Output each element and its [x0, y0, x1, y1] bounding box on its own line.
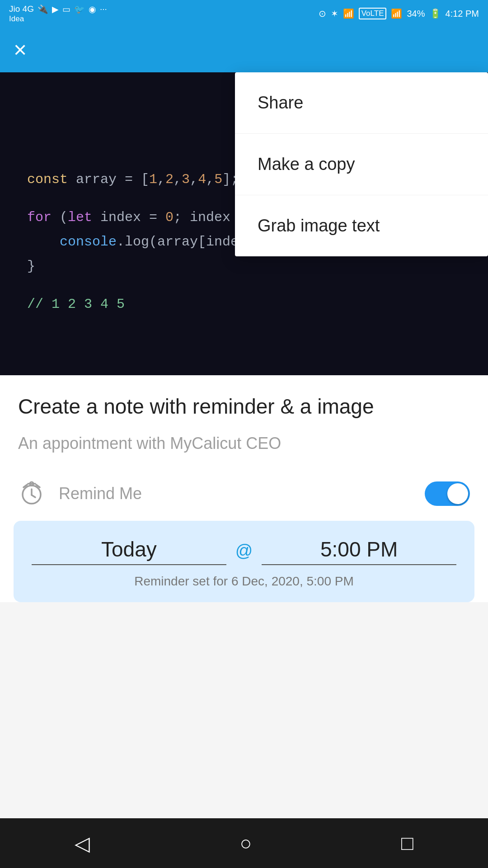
- carrier-name: Jio 4G: [9, 4, 34, 14]
- code-line-4: }: [27, 254, 461, 278]
- close-button[interactable]: ×: [14, 38, 27, 61]
- nav-bar: ◁ ○ □: [0, 818, 488, 868]
- signal-icon: 📶: [391, 8, 402, 19]
- alarm-icon: [18, 480, 45, 507]
- reminder-time[interactable]: 5:00 PM: [262, 537, 456, 565]
- dropdown-item-grab-text[interactable]: Grab image text: [235, 195, 488, 256]
- dropdown-item-make-copy[interactable]: Make a copy: [235, 134, 488, 195]
- carrier-info: Jio 4G 🔌 ▶ ▭ 🐦 ◉ ··· Idea: [9, 4, 107, 24]
- battery-icon: 🔋: [430, 8, 441, 19]
- status-right: ⊙ ✶ 📶 VoLTE 📶 34% 🔋 4:12 PM: [319, 8, 479, 19]
- dropdown-menu: Share Make a copy Grab image text: [235, 72, 488, 256]
- carrier-bottom: Idea: [9, 14, 107, 24]
- at-symbol: @: [235, 541, 253, 561]
- svg-line-2: [32, 495, 35, 497]
- toggle-knob: [447, 483, 468, 504]
- usb-icon: 🔌: [38, 4, 48, 14]
- nfc-icon: 📶: [343, 8, 354, 19]
- jio-icon: ◉: [89, 4, 96, 14]
- reminder-box: Today @ 5:00 PM Reminder set for 6 Dec, …: [14, 521, 474, 602]
- toolbar: ×: [0, 27, 488, 72]
- back-button[interactable]: ◁: [75, 832, 90, 855]
- remind-me-label: Remind Me: [59, 484, 411, 503]
- play-icon: ▶: [52, 4, 59, 14]
- battery-text: 34%: [407, 9, 425, 19]
- code-line-5: // 1 2 3 4 5: [27, 292, 461, 316]
- location-icon: ⊙: [319, 8, 326, 19]
- more-icon: ···: [100, 4, 107, 14]
- status-bar: Jio 4G 🔌 ▶ ▭ 🐦 ◉ ··· Idea ⊙ ✶ 📶 VoLTE 📶 …: [0, 0, 488, 27]
- remind-toggle[interactable]: [425, 481, 470, 506]
- reminder-caption: Reminder set for 6 Dec, 2020, 5:00 PM: [32, 574, 456, 589]
- clock: 4:12 PM: [446, 9, 479, 19]
- reminder-time-row: Today @ 5:00 PM: [32, 537, 456, 565]
- dropdown-item-share[interactable]: Share: [235, 72, 488, 134]
- volte-icon: VoLTE: [359, 8, 387, 19]
- note-title: Create a note with reminder & a image: [0, 375, 488, 429]
- recents-button[interactable]: □: [401, 832, 413, 854]
- bluetooth-icon: ✶: [331, 8, 338, 19]
- home-button[interactable]: ○: [239, 832, 252, 854]
- reminder-row: Remind Me: [0, 467, 488, 521]
- note-body: An appointment with MyCalicut CEO: [0, 429, 488, 467]
- screen-icon: ▭: [62, 4, 70, 14]
- twitter-icon: 🐦: [74, 4, 85, 14]
- carrier-top: Jio 4G 🔌 ▶ ▭ 🐦 ◉ ···: [9, 4, 107, 14]
- reminder-date[interactable]: Today: [32, 537, 226, 565]
- main-content: F const array = [1,2,3,4,5]; for (let in…: [0, 72, 488, 602]
